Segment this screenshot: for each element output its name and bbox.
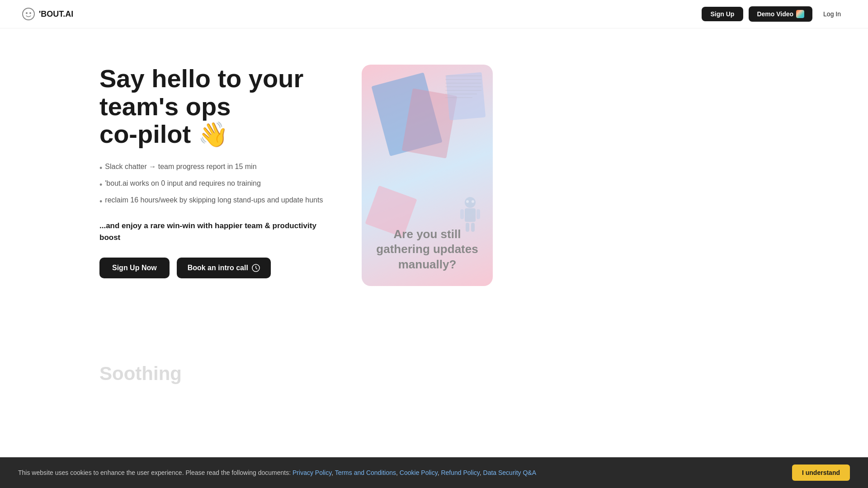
hero-bullet-3: • reclaim 16 hours/week by skipping long… [99, 196, 335, 207]
book-intro-call-button[interactable]: Book an intro call [177, 258, 271, 278]
below-fold-text: Soothing [99, 363, 182, 384]
book-intro-call-label: Book an intro call [188, 264, 248, 272]
logo-link[interactable]: 'BOUT.AI [22, 7, 73, 21]
nav-login-button[interactable]: Log In [818, 7, 846, 21]
nav-signup-button[interactable]: Sign Up [702, 7, 744, 21]
brand-name: 'BOUT.AI [39, 9, 73, 19]
navbar: 'BOUT.AI Sign Up Demo Video Log In [0, 0, 868, 28]
nav-demo-button[interactable]: Demo Video [749, 6, 812, 22]
bullet-dot-2: • [99, 179, 102, 191]
demo-video-icon [796, 10, 804, 18]
hero-bullets: • Slack chatter → team progress report i… [99, 163, 335, 208]
bullet-dot-1: • [99, 163, 102, 174]
wave-emoji: 👋 [198, 121, 228, 148]
hero-bullet-1: • Slack chatter → team progress report i… [99, 163, 335, 174]
hero-bullet-2: • 'bout.ai works on 0 input and requires… [99, 179, 335, 191]
below-fold-hint: Soothing [0, 336, 868, 394]
hero-bullet-text-3: reclaim 16 hours/week by skipping long s… [105, 196, 323, 204]
logo-icon [22, 7, 35, 21]
hero-image-overlay: Are you still gathering updates manually… [362, 65, 493, 286]
svg-point-2 [29, 12, 31, 14]
signup-now-button[interactable]: Sign Up Now [99, 258, 170, 278]
bullet-dot-3: • [99, 196, 102, 207]
hero-buttons: Sign Up Now Book an intro call [99, 258, 335, 278]
hero-title-line3: co-pilot [99, 120, 191, 148]
calendar-icon [252, 264, 260, 272]
nav-actions: Sign Up Demo Video Log In [702, 6, 846, 22]
hero-bullet-text-2: 'bout.ai works on 0 input and requires n… [105, 179, 261, 188]
hero-section: Say hello to your team's ops co-pilot 👋 … [0, 28, 868, 336]
hero-content: Say hello to your team's ops co-pilot 👋 … [99, 65, 335, 278]
hero-image-card: Are you still gathering updates manually… [362, 65, 493, 286]
hero-image-question: Are you still gathering updates manually… [371, 227, 484, 272]
hero-title: Say hello to your team's ops co-pilot 👋 [99, 65, 335, 148]
hero-tagline: ...and enjoy a rare win-win with happier… [99, 220, 335, 243]
hero-title-line2: team's ops [99, 92, 231, 121]
hero-bullet-text-1: Slack chatter → team progress report in … [105, 163, 256, 171]
svg-point-0 [23, 8, 34, 20]
hero-title-line1: Say hello to your [99, 64, 303, 93]
demo-button-label: Demo Video [757, 10, 793, 18]
svg-point-1 [26, 12, 28, 14]
